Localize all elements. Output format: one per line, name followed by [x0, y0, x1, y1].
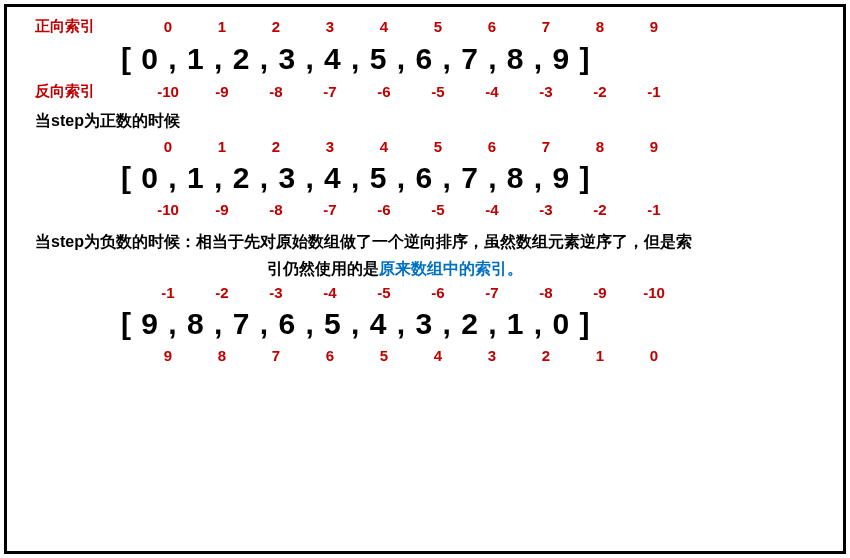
array-display-1: [ 0 , 1 , 2 , 3 , 4 , 5 , 6 , 7 , 8 , 9 …: [35, 42, 815, 76]
pos-reverse-values: -10 -9 -8 -7 -6 -5 -4 -3 -2 -1: [121, 201, 815, 218]
step-positive-heading: 当step为正数的时候: [35, 111, 815, 132]
neg-top-values: -1 -2 -3 -4 -5 -6 -7 -8 -9 -10: [121, 284, 815, 301]
reverse-index-row: 反向索引 -10 -9 -8 -7 -6 -5 -4 -3 -2 -1: [35, 82, 815, 101]
pos-reverse-index-row: -10 -9 -8 -7 -6 -5 -4 -3 -2 -1: [35, 201, 815, 218]
neg-top-index-row: -1 -2 -3 -4 -5 -6 -7 -8 -9 -10: [35, 284, 815, 301]
forward-index-label: 正向索引: [35, 17, 121, 36]
section-step-positive: 0 1 2 3 4 5 6 7 8 9 [ 0 , 1 , 2 , 3 , 4 …: [35, 138, 815, 218]
neg-bottom-index-row: 9 8 7 6 5 4 3 2 1 0: [35, 347, 815, 364]
array-display-3: [ 9 , 8 , 7 , 6 , 5 , 4 , 3 , 2 , 1 , 0 …: [35, 307, 815, 341]
array-display-2: [ 0 , 1 , 2 , 3 , 4 , 5 , 6 , 7 , 8 , 9 …: [35, 161, 815, 195]
reverse-index-label: 反向索引: [35, 82, 121, 101]
forward-index-values: 0 1 2 3 4 5 6 7 8 9: [121, 18, 815, 35]
reverse-index-values: -10 -9 -8 -7 -6 -5 -4 -3 -2 -1: [121, 83, 815, 100]
neg-bottom-values: 9 8 7 6 5 4 3 2 1 0: [121, 347, 815, 364]
forward-index-row: 正向索引 0 1 2 3 4 5 6 7 8 9: [35, 17, 815, 36]
pos-forward-values: 0 1 2 3 4 5 6 7 8 9: [121, 138, 815, 155]
highlighted-text: 原来数组中的索引。: [379, 260, 523, 277]
section-step-negative: -1 -2 -3 -4 -5 -6 -7 -8 -9 -10 [ 9 , 8 ,…: [35, 284, 815, 364]
pos-forward-index-row: 0 1 2 3 4 5 6 7 8 9: [35, 138, 815, 155]
step-negative-heading: 当step为负数的时候：相当于先对原始数组做了一个逆向排序，虽然数组元素逆序了，…: [35, 228, 815, 282]
diagram-container: 正向索引 0 1 2 3 4 5 6 7 8 9 [ 0 , 1 , 2 , 3…: [4, 4, 846, 554]
section-basic-index: 正向索引 0 1 2 3 4 5 6 7 8 9 [ 0 , 1 , 2 , 3…: [35, 17, 815, 101]
